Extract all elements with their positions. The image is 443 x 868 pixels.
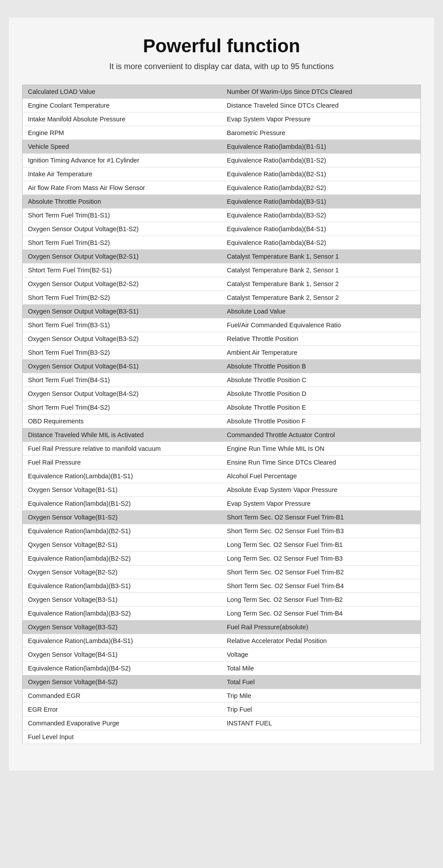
table-cell-right: Number Of Warim-Ups Since DTCs Cleared xyxy=(222,85,421,99)
page-title: Powerful function xyxy=(22,35,421,57)
table-cell-left: Shtort Term Fuel Trim(B2-S1) xyxy=(23,264,222,277)
table-cell-right: INSTANT FUEL xyxy=(222,717,421,730)
table-cell-left: Equivalence Ration(Lambda)(B4-S1) xyxy=(23,634,222,648)
table-cell-right: Long Term Sec. O2 Sensor Fuel Trim-B1 xyxy=(222,538,421,552)
table-cell-left: Intake Air Temperature xyxy=(23,167,222,181)
table-cell-right: Absolute Throttle Position D xyxy=(222,387,421,401)
table-row: Fuel Rail Pressure relative to manifold … xyxy=(23,442,421,456)
table-cell-right: Total Fuel xyxy=(222,675,421,689)
table-row: Short Term Fuel Trim(B4-S1)Absolute Thro… xyxy=(23,373,421,387)
table-cell-left: Short Term Fuel Trim(B1-S1) xyxy=(23,209,222,222)
table-row: Oxygen Sensor Voltage(B3-S2)Fuel Rail Pr… xyxy=(23,620,421,634)
table-cell-left: Short Term Fuel Trim(B2-S2) xyxy=(23,291,222,305)
table-cell-left: Short Term Fuel Trim(B3-S1) xyxy=(23,318,222,332)
table-cell-right: Relative Accelerator Pedal Position xyxy=(222,634,421,648)
table-cell-right: Absolute Evap System Vapor Pressure xyxy=(222,483,421,497)
table-row: Oxygen Sensor Output Voltage(B3-S1)Absol… xyxy=(23,305,421,318)
table-row: Calculated LOAD ValueNumber Of Warim-Ups… xyxy=(23,85,421,99)
table-cell-left: Absolute Throttle Position xyxy=(23,195,222,209)
table-cell-left: Short Term Fuel Trim(B4-S2) xyxy=(23,401,222,415)
table-cell-right: Alcohol Fuel Percentage xyxy=(222,469,421,483)
table-row: Short Term Fuel Trim(B3-S1)Fuel/Air Comm… xyxy=(23,318,421,332)
table-row: Intake Manifold Absolute PressureEvap Sy… xyxy=(23,112,421,126)
table-cell-left: Oxygen Sensor Output Voltage(B3-S1) xyxy=(23,305,222,318)
table-cell-left: Oxygen Sensor Voltage(B1-S1) xyxy=(23,483,222,497)
table-row: Ignition Timing Advance for #1 CylinderE… xyxy=(23,154,421,167)
table-cell-left: Oxygen Sensor Voltage(B3-S1) xyxy=(23,593,222,607)
table-cell-right: Voltage xyxy=(222,648,421,662)
table-cell-right: Absolute Throttle Position B xyxy=(222,360,421,373)
table-cell-left: Fuel Rail Pressure relative to manifold … xyxy=(23,442,222,456)
table-row: Equivalence Ration(lambda)(B3-S1)Short T… xyxy=(23,579,421,593)
table-row: Oxygen Sensor Output Voltage(B2-S2)Catal… xyxy=(23,277,421,291)
page-container: Powerful function It is more convenient … xyxy=(9,18,434,771)
table-row: Oxygen Sensor Output Voltage(B1-S2)Equiv… xyxy=(23,222,421,236)
table-row: Oxygen Sensor Output Voltage(B4-S2)Absol… xyxy=(23,387,421,401)
table-cell-left: Equivalence Ration(lambda)(B3-S2) xyxy=(23,607,222,620)
table-row: Equivalence Ration(lambda)(B2-S1)Short T… xyxy=(23,524,421,538)
table-row: Equivalence Ration(lambda)(B2-S2)Long Te… xyxy=(23,552,421,566)
table-cell-right: Short Term Sec. O2 Sensor Fuel Trim-B2 xyxy=(222,566,421,579)
table-cell-left: Oxygen Sensor Voltage(B3-S2) xyxy=(23,620,222,634)
table-row: Oxygen Sensor Voltage(B3-S1)Long Term Se… xyxy=(23,593,421,607)
table-cell-left: Distance Traveled While MIL is Activated xyxy=(23,428,222,442)
table-row: Short Term Fuel Trim(B3-S2)Ambient Air T… xyxy=(23,346,421,360)
table-cell-left: Equivalence Ration(Lambda)(B1-S1) xyxy=(23,469,222,483)
table-cell-left: EGR Error xyxy=(23,703,222,717)
table-cell-right: Catalyst Temperature Bank 1, Sensor 1 xyxy=(222,250,421,264)
table-cell-left: Commanded Evaporative Purge xyxy=(23,717,222,730)
table-row: Short Term Fuel Trim(B1-S1)Equivalence R… xyxy=(23,209,421,222)
table-cell-left: Equivalence Ration(lambda)(B3-S1) xyxy=(23,579,222,593)
table-row: Qxygen Sensor Voltage(B2-S1)Long Term Se… xyxy=(23,538,421,552)
table-cell-right: Fuel/Air Commanded Equivalence Ratio xyxy=(222,318,421,332)
table-cell-left: Oxygen Sensor Output Voltage(B4-S1) xyxy=(23,360,222,373)
table-row: Fuel Level Input xyxy=(23,730,421,744)
table-cell-right: Equivalence Ratio(lambda)(B3-S1) xyxy=(222,195,421,209)
table-cell-right: Equivalence Ratio(lambda)(B4-S2) xyxy=(222,236,421,250)
table-cell-right: Trip Mile xyxy=(222,689,421,703)
table-row: Air flow Rate From Mass Air Flow SensorE… xyxy=(23,181,421,195)
table-row: Engine RPMBarometric Pressure xyxy=(23,126,421,140)
table-cell-left: Short Term Fuel Trim(B4-S1) xyxy=(23,373,222,387)
table-cell-left: Engine RPM xyxy=(23,126,222,140)
table-row: Oxygen Sensor Voltage(B4-S2)Total Fuel xyxy=(23,675,421,689)
table-cell-left: Commanded EGR xyxy=(23,689,222,703)
table-cell-left: Equivalence Ration(lambda)(B1-S2) xyxy=(23,497,222,511)
table-cell-left: Oxygen Sensor Voltage(B4-S1) xyxy=(23,648,222,662)
table-row: Equivalence Ration(Lambda)(B4-S1)Relativ… xyxy=(23,634,421,648)
table-cell-right: Absolute Throttle Position E xyxy=(222,401,421,415)
table-row: Equivalence Ration(Lambda)(B1-S1)Alcohol… xyxy=(23,469,421,483)
table-row: Commanded EGRTrip Mile xyxy=(23,689,421,703)
table-row: Oxygen Sensor Voltage(B4-S1)Voltage xyxy=(23,648,421,662)
table-cell-right: Catalyst Temperature Bank 2, Sensor 1 xyxy=(222,264,421,277)
table-cell-left: Oxygen Sensor Voltage(B4-S2) xyxy=(23,675,222,689)
table-cell-right: Absolute Load Value xyxy=(222,305,421,318)
table-row: Fuel Rail PressureEnsine Run Time Since … xyxy=(23,456,421,469)
table-cell-right: Engine Run Time While MIL Is ON xyxy=(222,442,421,456)
table-cell-right xyxy=(222,730,421,744)
table-cell-left: Qxygen Sensor Voltage(B2-S1) xyxy=(23,538,222,552)
table-row: Shtort Term Fuel Trim(B2-S1)Catalyst Tem… xyxy=(23,264,421,277)
table-cell-left: Oxygen Sensor Voltage(B1-S2) xyxy=(23,511,222,524)
table-cell-left: Intake Manifold Absolute Pressure xyxy=(23,112,222,126)
table-cell-right: Short Term Sec. O2 Sensor Fuel Trim-B1 xyxy=(222,511,421,524)
table-cell-left: Short Term Fuel Trim(B1-S2) xyxy=(23,236,222,250)
table-cell-left: Oxygen Sensor Output Voltage(B4-S2) xyxy=(23,387,222,401)
table-row: Absolute Throttle PositionEquivalence Ra… xyxy=(23,195,421,209)
table-cell-right: Ambient Air Temperature xyxy=(222,346,421,360)
table-cell-left: Equivalence Ration(lambda)(B2-S2) xyxy=(23,552,222,566)
table-row: OBD RequirementsAbsolute Throttle Positi… xyxy=(23,415,421,428)
table-cell-right: Evap System Vapor Pressure xyxy=(222,112,421,126)
table-cell-right: Equivalence Ratio(lambda)(B3-S2) xyxy=(222,209,421,222)
table-cell-right: Equivalence Ratio(lambda)(B1-S2) xyxy=(222,154,421,167)
page-subtitle: It is more convenient to display car dat… xyxy=(22,62,421,71)
table-cell-right: Catalyst Temperature Bank 1, Sensor 2 xyxy=(222,277,421,291)
table-cell-left: Fuel Rail Pressure xyxy=(23,456,222,469)
table-cell-left: Vehicle Speed xyxy=(23,140,222,154)
table-cell-left: Short Term Fuel Trim(B3-S2) xyxy=(23,346,222,360)
table-row: Oxygen Sensor Output Voltage(B3-S2)Relat… xyxy=(23,332,421,346)
table-row: Short Term Fuel Trim(B4-S2)Absolute Thro… xyxy=(23,401,421,415)
table-cell-right: Fuel Rail Pressure(absolute) xyxy=(222,620,421,634)
table-cell-left: Oxygen Sensor Output Voltage(B1-S2) xyxy=(23,222,222,236)
table-row: Intake Air TemperatureEquivalence Ratio(… xyxy=(23,167,421,181)
